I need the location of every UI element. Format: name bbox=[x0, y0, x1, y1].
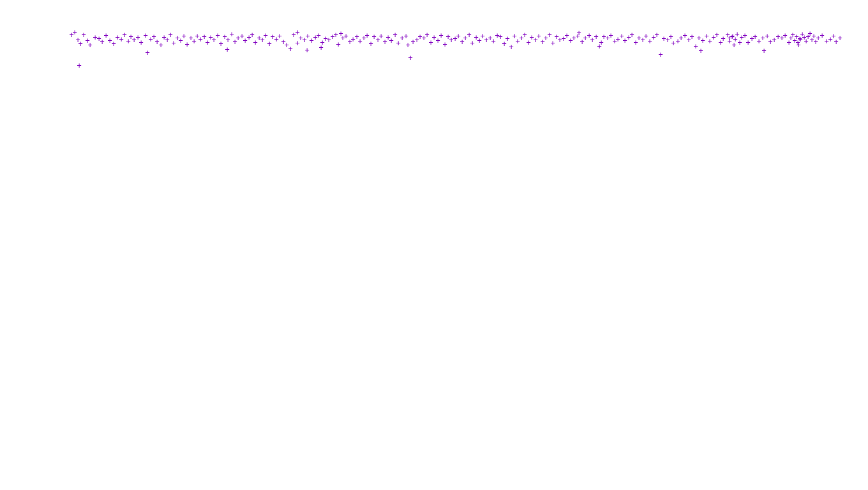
data-point: + bbox=[658, 51, 662, 59]
data-point: + bbox=[78, 40, 82, 48]
data-point: + bbox=[263, 32, 267, 40]
data-point: + bbox=[837, 34, 842, 42]
data-point: + bbox=[393, 31, 397, 39]
data-point: + bbox=[509, 43, 513, 51]
data-point: + bbox=[730, 33, 735, 40]
data-point: + bbox=[333, 31, 338, 39]
data-point: + bbox=[225, 46, 229, 54]
data-point: + bbox=[181, 33, 186, 40]
data-point: + bbox=[505, 35, 509, 43]
data-point: + bbox=[576, 29, 581, 37]
data-point: + bbox=[215, 32, 220, 40]
data-point: + bbox=[654, 31, 659, 39]
data-point: + bbox=[403, 33, 408, 40]
data-point: + bbox=[693, 43, 698, 50]
data-point: + bbox=[442, 41, 447, 48]
data-point: + bbox=[77, 62, 81, 70]
data-point: + bbox=[698, 47, 703, 55]
data-point: + bbox=[168, 31, 172, 39]
data-point: + bbox=[408, 54, 412, 62]
data-point: + bbox=[364, 32, 369, 40]
data-point: + bbox=[689, 33, 694, 41]
data-point: + bbox=[158, 41, 163, 49]
data-point: + bbox=[87, 41, 92, 49]
data-point: + bbox=[467, 31, 471, 39]
data-point: + bbox=[761, 47, 766, 55]
data-point: + bbox=[288, 45, 292, 53]
data-point: + bbox=[594, 33, 598, 41]
scatter-plot: ++++++++++++++++++++++++++++++++++++++++… bbox=[0, 0, 868, 490]
data-point: + bbox=[304, 47, 309, 54]
data-point: + bbox=[145, 49, 149, 57]
data-point: + bbox=[405, 41, 410, 49]
data-point: + bbox=[438, 32, 443, 40]
data-point: + bbox=[143, 32, 147, 40]
data-point: + bbox=[547, 31, 551, 39]
